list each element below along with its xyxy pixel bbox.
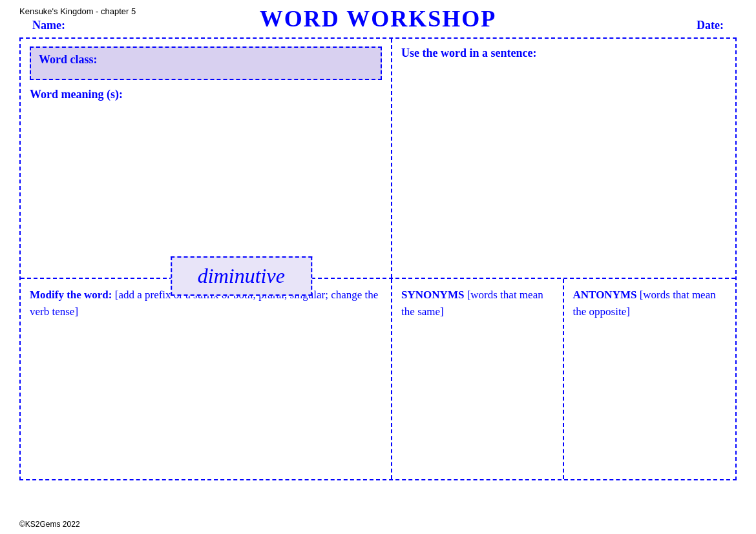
bottom-right-panel: ANTONYMS [words that mean the opposite] bbox=[564, 279, 735, 479]
word-class-label: Word class: bbox=[39, 53, 98, 66]
bottom-middle-panel: SYNONYMS [words that mean the same] bbox=[392, 279, 563, 479]
page-container: Kensuke's Kingdom - chapter 5 WORD WORKS… bbox=[0, 0, 756, 534]
subtitle: Kensuke's Kingdom - chapter 5 bbox=[19, 6, 136, 16]
main-grid: Word class: Word meaning (s): diminutive… bbox=[19, 37, 737, 480]
main-title: WORD WORKSHOP bbox=[260, 5, 496, 32]
date-label: Date: bbox=[697, 19, 724, 32]
top-row: Word class: Word meaning (s): diminutive… bbox=[21, 39, 735, 279]
center-word: diminutive bbox=[198, 264, 285, 287]
use-in-sentence-label: Use the word in a sentence: bbox=[401, 46, 726, 60]
right-panel: Use the word in a sentence: bbox=[392, 39, 735, 278]
modify-strong: Modify the word: bbox=[30, 289, 112, 301]
word-meaning-label: Word meaning (s): bbox=[30, 88, 382, 101]
top-bar: Kensuke's Kingdom - chapter 5 WORD WORKS… bbox=[19, 6, 737, 16]
bottom-left-panel: Modify the word: [add a prefix or a suff… bbox=[21, 279, 392, 479]
antonyms-strong: ANTONYMS bbox=[573, 289, 637, 301]
word-class-box: Word class: bbox=[30, 46, 382, 80]
left-panel: Word class: Word meaning (s): diminutive bbox=[21, 39, 392, 278]
synonyms-label: SYNONYMS [words that mean the same] bbox=[401, 287, 553, 320]
bottom-row: Modify the word: [add a prefix or a suff… bbox=[21, 279, 735, 479]
top-row-wrapper: Word class: Word meaning (s): diminutive… bbox=[21, 39, 735, 279]
center-word-container: diminutive bbox=[171, 256, 312, 296]
antonyms-label: ANTONYMS [words that mean the opposite] bbox=[573, 287, 726, 320]
name-label: Name: bbox=[32, 19, 65, 32]
synonyms-strong: SYNONYMS bbox=[401, 289, 464, 301]
center-word-box: diminutive bbox=[171, 256, 312, 296]
footer: ©KS2Gems 2022 bbox=[19, 520, 80, 529]
